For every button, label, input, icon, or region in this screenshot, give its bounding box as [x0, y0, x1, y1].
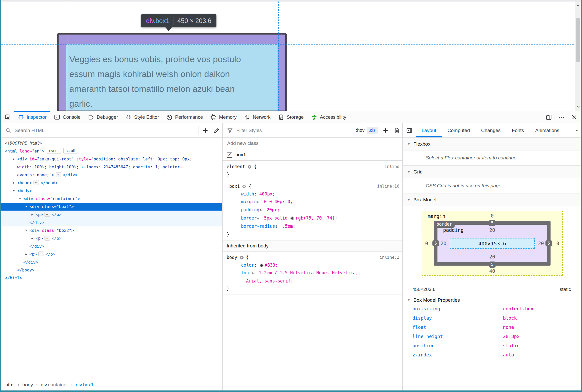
scrollbar-thumb[interactable] — [576, 18, 580, 62]
box-model-property-name[interactable]: line-height — [412, 334, 443, 339]
markup-line[interactable]: </div> — [1, 258, 222, 266]
devtools-tab-inspector[interactable]: Inspector — [14, 111, 50, 123]
devtools-tab-performance[interactable]: Performance — [162, 111, 206, 123]
rule-source-link[interactable]: inline:16 — [377, 182, 399, 190]
add-rule-button[interactable] — [380, 123, 391, 137]
scrollbar-down-icon[interactable] — [575, 103, 581, 110]
margin-left-value[interactable]: 0 — [425, 241, 428, 246]
rule-source-link[interactable]: inline:2 — [380, 254, 399, 261]
twisty-collapsed-icon[interactable]: ▶ — [23, 250, 29, 258]
property-value[interactable]: 0 0 40px 0; — [264, 199, 293, 204]
box-model-margin-box[interactable]: margin 0 40 0 0 border padding 20 20 20 — [422, 211, 563, 276]
ellipsis-chip[interactable]: ⋯ — [56, 172, 61, 177]
selector-highlighter-icon[interactable] — [242, 184, 247, 189]
pseudo-class-button[interactable]: :hov — [354, 127, 367, 134]
box-model-property-name[interactable]: box-sizing — [412, 306, 440, 311]
color-swatch[interactable] — [260, 264, 263, 267]
css-declaration[interactable]: padding: ▶20px; — [227, 206, 399, 214]
box-model-content-box[interactable]: 400×153.6 — [450, 238, 535, 249]
markup-line[interactable]: ▶<p>⋯</p> — [1, 234, 222, 242]
rule-selector[interactable]: element — [227, 164, 245, 169]
color-swatch[interactable] — [290, 216, 294, 220]
border-bottom-value[interactable]: 5 — [489, 262, 496, 268]
border-left-value[interactable]: 5 — [432, 240, 439, 246]
box-model-property-value[interactable]: static — [503, 343, 520, 348]
box-model-property-name[interactable]: display — [412, 315, 432, 321]
devtools-tab-debugger[interactable]: Debugger — [84, 111, 122, 123]
grid-section-header[interactable]: ▼ Grid — [403, 166, 581, 178]
responsive-mode-button[interactable] — [542, 111, 555, 123]
breadcrumb-item[interactable]: body — [23, 382, 33, 388]
sidebar-tab-layout[interactable]: Layout — [416, 123, 442, 137]
ellipsis-chip[interactable]: ⋯ — [45, 236, 50, 241]
markup-line[interactable]: </div> — [1, 219, 222, 226]
rule-selector[interactable]: body — [227, 255, 237, 260]
filter-styles-input[interactable] — [236, 127, 354, 134]
property-name[interactable]: width — [241, 191, 254, 197]
markup-badge[interactable]: event — [47, 148, 61, 154]
css-declaration[interactable]: width: 400px; — [227, 190, 399, 198]
selector-highlighter-icon[interactable] — [239, 255, 244, 260]
markup-line[interactable]: </body> — [1, 266, 222, 274]
devtools-tab-accessibility[interactable]: Accessibility — [307, 111, 350, 123]
box-model-properties-header[interactable]: ▼ Box Model Properties — [403, 292, 581, 306]
box-model-border-box[interactable]: border padding 20 20 20 20 400×153.6 — [434, 221, 551, 266]
markup-line[interactable]: </div> — [1, 242, 222, 250]
css-declaration[interactable]: font: ▶1.2em / 1.5 Helvetica Neue, Helve… — [227, 269, 399, 285]
css-declaration[interactable]: border: ▶5px solid rgb(75, 70, 74); — [227, 214, 399, 222]
rule-selector[interactable]: .box1 — [227, 184, 240, 189]
property-name[interactable]: margin — [241, 199, 257, 204]
markup-line[interactable]: ▶<head>⋯</head> — [1, 179, 222, 187]
markup-line[interactable]: ▶<p>⋯</p> — [1, 250, 222, 258]
devtools-tab-style-editor[interactable]: {}Style Editor — [122, 111, 162, 123]
markup-badge[interactable]: scroll — [63, 148, 77, 154]
property-name[interactable]: padding — [241, 207, 259, 212]
box-model-property-value[interactable]: content-box — [503, 306, 533, 311]
markup-line[interactable]: <!DOCTYPE html> — [1, 139, 222, 147]
add-node-button[interactable] — [200, 123, 211, 137]
markup-line[interactable]: ▼<div class="box1"> — [1, 203, 222, 211]
scrollbar-up-icon[interactable] — [575, 2, 581, 9]
margin-right-value[interactable]: 0 — [556, 241, 559, 246]
tabs-overflow-button[interactable] — [572, 123, 581, 137]
sidebar-toggle-button[interactable] — [403, 123, 416, 137]
print-media-button[interactable] — [391, 123, 402, 137]
ellipsis-chip[interactable]: ⋯ — [45, 212, 50, 217]
markup-line[interactable]: <html lang="en">eventscroll — [1, 147, 222, 155]
box-model-property-name[interactable]: float — [412, 324, 426, 330]
property-name[interactable]: font — [241, 270, 251, 275]
class-toggle-button[interactable]: .cls — [367, 127, 378, 134]
padding-right-value[interactable]: 20 — [538, 241, 544, 246]
twisty-collapsed-icon[interactable]: ▶ — [29, 234, 35, 242]
devtools-tab-console[interactable]: Console — [50, 111, 84, 123]
property-name[interactable]: color — [241, 263, 254, 268]
search-html-input[interactable] — [14, 127, 197, 134]
twisty-collapsed-icon[interactable]: ▶ — [11, 155, 17, 163]
close-devtools-button[interactable] — [568, 111, 581, 123]
property-value[interactable]: .5em; — [282, 224, 295, 229]
property-value[interactable]: 20px; — [267, 207, 280, 212]
breadcrumb-item[interactable]: div.box1 — [76, 382, 93, 388]
sidebar-tab-animations[interactable]: Animations — [530, 123, 565, 137]
markup-line[interactable]: ▼<body> — [1, 187, 222, 195]
css-declaration[interactable]: margin: ▶0 0 40px 0; — [227, 198, 399, 206]
border-right-value[interactable]: 5 — [545, 240, 552, 246]
css-declaration[interactable]: color: #333; — [227, 261, 399, 269]
sidebar-tab-fonts[interactable]: Fonts — [506, 123, 530, 137]
rule-source-link[interactable]: inline — [385, 163, 399, 170]
padding-left-value[interactable]: 20 — [441, 241, 446, 246]
devtools-menu-button[interactable] — [555, 111, 568, 123]
devtools-tab-memory[interactable]: Memory — [206, 111, 240, 123]
markup-line[interactable]: ▶<p>⋯</p> — [1, 211, 222, 219]
property-value[interactable]: 400px; — [259, 191, 275, 197]
box-model-property-name[interactable]: z-index — [412, 352, 432, 357]
box-model-property-value[interactable]: auto — [503, 352, 514, 357]
ellipsis-chip[interactable]: ⋯ — [38, 252, 44, 256]
padding-top-value[interactable]: 20 — [489, 227, 495, 233]
breadcrumb-item[interactable]: html — [5, 382, 15, 388]
box-model-property-value[interactable]: block — [503, 315, 517, 321]
selector-highlighter-icon[interactable] — [247, 164, 252, 169]
twisty-expanded-icon[interactable]: ▼ — [17, 195, 23, 203]
padding-bottom-value[interactable]: 20 — [489, 254, 495, 259]
devtools-tab-network[interactable]: Network — [240, 111, 274, 123]
